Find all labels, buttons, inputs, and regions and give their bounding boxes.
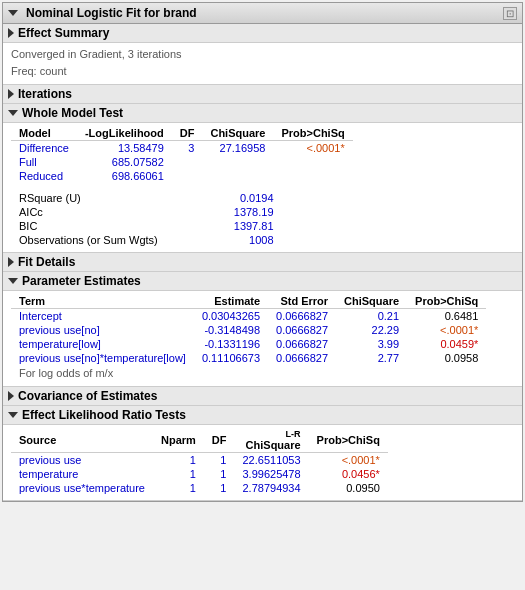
col-prob: Prob>ChiSq bbox=[273, 126, 352, 141]
pe-est-templow: -0.1331196 bbox=[194, 337, 268, 351]
pe-chisq-interaction: 2.77 bbox=[336, 351, 407, 365]
table-row: Intercept 0.03043265 0.0666827 0.21 0.64… bbox=[11, 309, 486, 324]
panel-content: Effect Summary Converged in Gradient, 3 … bbox=[3, 24, 522, 501]
fit-stat-aicc: AICc 1378.19 bbox=[11, 205, 282, 219]
el-df-temp: 1 bbox=[204, 467, 235, 481]
panel-titlebar: Nominal Logistic Fit for brand ⊡ bbox=[3, 3, 522, 24]
fit-stat-label: Observations (or Sum Wgts) bbox=[11, 233, 166, 247]
el-prob-prevuse: <.0001* bbox=[309, 453, 388, 468]
pe-prob-interaction: 0.0958 bbox=[407, 351, 486, 365]
table-row: previous use 1 1 22.6511053 <.0001* bbox=[11, 453, 388, 468]
chisq-difference: 27.16958 bbox=[202, 141, 273, 156]
col-df: DF bbox=[172, 126, 203, 141]
fit-stat-value: 1397.81 bbox=[226, 219, 282, 233]
df-reduced bbox=[172, 169, 203, 183]
effect-summary-section: Effect Summary Converged in Gradient, 3 … bbox=[3, 24, 522, 85]
whole-model-test-section: Whole Model Test Model -LogLikelihood DF… bbox=[3, 104, 522, 253]
table-row: previous use[no]*temperature[low] 0.1110… bbox=[11, 351, 486, 365]
prob-difference: <.0001* bbox=[273, 141, 352, 156]
fit-stat-value: 1378.19 bbox=[226, 205, 282, 219]
table-row: Reduced 698.66061 bbox=[11, 169, 353, 183]
whole-model-test-header[interactable]: Whole Model Test bbox=[3, 104, 522, 123]
fit-stats-table: RSquare (U) 0.0194 AICc 1378.19 BIC bbox=[11, 191, 282, 247]
effect-summary-line2: Freq: count bbox=[11, 63, 514, 80]
covariance-estimates-expand-icon bbox=[8, 391, 14, 401]
fit-stat-bic: BIC 1397.81 bbox=[11, 219, 282, 233]
fit-details-header[interactable]: Fit Details bbox=[3, 253, 522, 271]
parameter-estimates-section: Parameter Estimates Term Estimate Std Er… bbox=[3, 272, 522, 387]
el-nparm-temp: 1 bbox=[153, 467, 204, 481]
el-prob-interaction: 0.0950 bbox=[309, 481, 388, 495]
covariance-estimates-header[interactable]: Covariance of Estimates bbox=[3, 387, 522, 405]
iterations-title: Iterations bbox=[18, 87, 72, 101]
el-source-interaction: previous use*temperature bbox=[11, 481, 153, 495]
effect-summary-header[interactable]: Effect Summary bbox=[3, 24, 522, 43]
el-source-temp: temperature bbox=[11, 467, 153, 481]
table-row: previous use[no] -0.3148498 0.0666827 22… bbox=[11, 323, 486, 337]
parameter-estimates-header[interactable]: Parameter Estimates bbox=[3, 272, 522, 291]
fit-stat-value: 0.0194 bbox=[226, 191, 282, 205]
effect-summary-title: Effect Summary bbox=[18, 26, 109, 40]
table-row: previous use*temperature 1 1 2.78794934 … bbox=[11, 481, 388, 495]
panel-collapse-icon[interactable] bbox=[8, 10, 18, 16]
el-nparm-interaction: 1 bbox=[153, 481, 204, 495]
df-full bbox=[172, 155, 203, 169]
covariance-estimates-title: Covariance of Estimates bbox=[18, 389, 157, 403]
pe-prob-templow: 0.0459* bbox=[407, 337, 486, 351]
col-loglik: -LogLikelihood bbox=[77, 126, 172, 141]
pe-chisq-templow: 3.99 bbox=[336, 337, 407, 351]
pe-col-prob: Prob>ChiSq bbox=[407, 294, 486, 309]
pe-se-templow: 0.0666827 bbox=[268, 337, 336, 351]
el-chisq-temp: 3.99625478 bbox=[234, 467, 308, 481]
df-difference: 3 bbox=[172, 141, 203, 156]
el-chisq-prevuse: 22.6511053 bbox=[234, 453, 308, 468]
el-df-interaction: 1 bbox=[204, 481, 235, 495]
main-panel: Nominal Logistic Fit for brand ⊡ Effect … bbox=[2, 2, 523, 502]
pe-term-prevno: previous use[no] bbox=[11, 323, 194, 337]
whole-model-table: Model -LogLikelihood DF ChiSquare Prob>C… bbox=[11, 126, 353, 183]
whole-model-test-collapse-icon bbox=[8, 110, 18, 116]
model-full: Full bbox=[11, 155, 77, 169]
pe-col-estimate: Estimate bbox=[194, 294, 268, 309]
table-row: Full 685.07582 bbox=[11, 155, 353, 169]
fit-stat-label: BIC bbox=[11, 219, 166, 233]
el-chisq-interaction: 2.78794934 bbox=[234, 481, 308, 495]
effect-likelihood-header[interactable]: Effect Likelihood Ratio Tests bbox=[3, 406, 522, 425]
el-col-source: Source bbox=[11, 428, 153, 453]
el-nparm-prevuse: 1 bbox=[153, 453, 204, 468]
pe-term-interaction: previous use[no]*temperature[low] bbox=[11, 351, 194, 365]
pe-se-intercept: 0.0666827 bbox=[268, 309, 336, 324]
whole-model-test-body: Model -LogLikelihood DF ChiSquare Prob>C… bbox=[3, 123, 522, 252]
pe-se-interaction: 0.0666827 bbox=[268, 351, 336, 365]
pe-est-intercept: 0.03043265 bbox=[194, 309, 268, 324]
fit-stat-observations: Observations (or Sum Wgts) 1008 bbox=[11, 233, 282, 247]
fit-stat-value: 1008 bbox=[226, 233, 282, 247]
pe-col-stderr: Std Error bbox=[268, 294, 336, 309]
whole-model-test-title: Whole Model Test bbox=[22, 106, 123, 120]
effect-summary-expand-icon bbox=[8, 28, 14, 38]
fit-details-expand-icon bbox=[8, 257, 14, 267]
effect-likelihood-title: Effect Likelihood Ratio Tests bbox=[22, 408, 186, 422]
model-reduced: Reduced bbox=[11, 169, 77, 183]
pe-chisq-intercept: 0.21 bbox=[336, 309, 407, 324]
fit-details-title: Fit Details bbox=[18, 255, 75, 269]
pe-est-interaction: 0.11106673 bbox=[194, 351, 268, 365]
el-df-prevuse: 1 bbox=[204, 453, 235, 468]
parameter-estimates-note: For log odds of m/x bbox=[11, 365, 514, 381]
table-row: Difference 13.58479 3 27.16958 <.0001* bbox=[11, 141, 353, 156]
prob-full bbox=[273, 155, 352, 169]
pe-col-chisq: ChiSquare bbox=[336, 294, 407, 309]
pe-col-term: Term bbox=[11, 294, 194, 309]
covariance-estimates-section: Covariance of Estimates bbox=[3, 387, 522, 406]
restore-icon[interactable]: ⊡ bbox=[503, 7, 517, 20]
model-difference: Difference bbox=[11, 141, 77, 156]
chisq-full bbox=[202, 155, 273, 169]
loglik-full: 685.07582 bbox=[77, 155, 172, 169]
parameter-estimates-table: Term Estimate Std Error ChiSquare Prob>C… bbox=[11, 294, 486, 365]
loglik-difference: 13.58479 bbox=[77, 141, 172, 156]
effect-likelihood-section: Effect Likelihood Ratio Tests Source Npa… bbox=[3, 406, 522, 501]
pe-term-intercept: Intercept bbox=[11, 309, 194, 324]
iterations-header[interactable]: Iterations bbox=[3, 85, 522, 103]
el-source-prevuse: previous use bbox=[11, 453, 153, 468]
el-prob-temp: 0.0456* bbox=[309, 467, 388, 481]
